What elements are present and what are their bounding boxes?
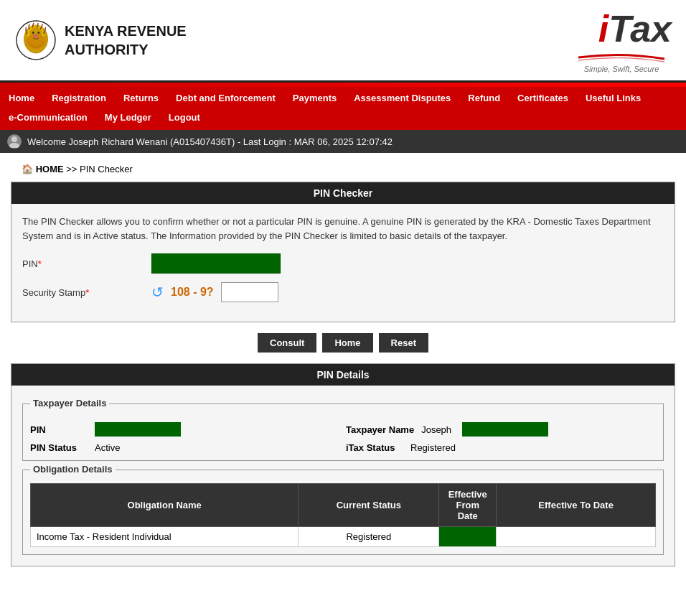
obligation-status-cell: Registered — [299, 527, 439, 547]
pin-checker-panel-body: The PIN Checker allows you to confirm wh… — [11, 204, 675, 322]
nav-registration[interactable]: Registration — [43, 87, 115, 109]
kra-logo: Kenya Revenue Authority — [14, 19, 187, 62]
nav-certificates[interactable]: Certificates — [509, 87, 577, 109]
breadcrumb-separator: >> — [66, 164, 77, 174]
itax-status-label: iTax Status — [346, 442, 403, 453]
home-icon: 🏠 — [22, 164, 33, 174]
pin-detail-row: PIN — [30, 422, 340, 437]
col-effective-to: Effective To Date — [497, 484, 656, 527]
nav-my-ledger[interactable]: My Ledger — [96, 109, 160, 126]
pin-detail-label: PIN — [30, 424, 88, 435]
home-button[interactable]: Home — [322, 333, 372, 353]
breadcrumb: 🏠 HOME >> PIN Checker — [11, 157, 675, 182]
nav-returns[interactable]: Returns — [115, 87, 167, 109]
pin-status-row: PIN Status Active — [30, 442, 340, 453]
col-obligation-name: Obligation Name — [31, 484, 299, 527]
itax-status-value: Registered — [410, 442, 456, 453]
pin-checker-panel: PIN Checker The PIN Checker allows you t… — [11, 182, 675, 322]
table-row: Income Tax - Resident Individual Registe… — [31, 527, 656, 547]
breadcrumb-current: PIN Checker — [80, 164, 133, 174]
pin-input[interactable] — [151, 253, 281, 274]
pin-checker-description: The PIN Checker allows you to confirm wh… — [22, 215, 664, 243]
taxpayer-first-name: Joseph — [421, 424, 451, 435]
nav-logout[interactable]: Logout — [160, 109, 209, 126]
obligation-from-cell — [439, 527, 497, 547]
captcha-question: 108 - 9? — [171, 286, 214, 299]
page-header: Kenya Revenue Authority iTax Simple, Swi… — [0, 0, 686, 80]
taxpayer-last-name-value — [462, 422, 548, 437]
nav-useful-links[interactable]: Useful Links — [577, 87, 649, 109]
itax-tagline: Simple, Swift, Secure — [571, 65, 672, 73]
welcome-bar: Welcome Joseph Richard Wenani (A01540743… — [0, 130, 686, 153]
svg-point-7 — [33, 34, 39, 38]
security-stamp-controls: ↺ 108 - 9? — [151, 282, 278, 302]
main-nav: Home Registration Returns Debt and Enfor… — [0, 87, 686, 109]
svg-point-5 — [32, 32, 34, 34]
security-stamp-row: Security Stamp* ↺ 108 - 9? — [22, 282, 664, 302]
pin-status-value: Active — [95, 442, 120, 453]
security-stamp-label: Security Stamp* — [22, 287, 151, 298]
pin-detail-value — [95, 422, 181, 437]
nav-disputes[interactable]: Assessment Disputes — [345, 87, 459, 109]
breadcrumb-home[interactable]: HOME — [36, 164, 64, 174]
kra-name-line2: Authority — [65, 42, 149, 57]
pin-checker-panel-title: PIN Checker — [11, 182, 675, 204]
obligation-details-group: Obligation Details Obligation Name Curre… — [22, 470, 664, 555]
taxpayer-name-label: Taxpayer Name — [346, 424, 414, 435]
nav-debt[interactable]: Debt and Enforcement — [167, 87, 284, 109]
main-content: 🏠 HOME >> PIN Checker PIN Checker The PI… — [0, 153, 686, 592]
pin-details-panel-body: Taxpayer Details PIN Taxpayer Name Josep… — [11, 386, 675, 566]
kra-logo-icon — [14, 19, 57, 62]
taxpayer-group-label: Taxpayer Details — [30, 398, 109, 409]
reset-button[interactable]: Reset — [379, 333, 428, 353]
security-required-marker: * — [85, 287, 89, 298]
captcha-refresh-icon[interactable]: ↺ — [151, 284, 164, 301]
kra-name-line1: Kenya Revenue — [65, 23, 187, 39]
nav-home[interactable]: Home — [0, 87, 43, 109]
nav-payments[interactable]: Payments — [284, 87, 345, 109]
pin-required-marker: * — [38, 258, 42, 269]
col-current-status: Current Status — [299, 484, 439, 527]
itax-i-letter: i — [598, 8, 609, 50]
svg-point-9 — [9, 143, 19, 148]
action-buttons: Consult Home Reset — [11, 333, 675, 353]
captcha-answer-input[interactable] — [221, 282, 278, 302]
pin-details-panel-title: PIN Details — [11, 364, 675, 386]
welcome-text: Welcome Joseph Richard Wenani (A01540743… — [27, 136, 393, 147]
svg-point-6 — [37, 32, 39, 34]
kra-name: Kenya Revenue Authority — [65, 22, 187, 59]
taxpayer-name-row: Taxpayer Name Joseph — [346, 422, 656, 437]
pin-field-row: PIN* — [22, 253, 664, 274]
itax-logo: iTax Simple, Swift, Secure — [571, 7, 672, 73]
obligation-name-cell: Income Tax - Resident Individual — [31, 527, 299, 547]
user-icon — [7, 134, 22, 149]
itax-status-row: iTax Status Registered — [346, 442, 656, 453]
pin-details-panel: PIN Details Taxpayer Details PIN Taxpaye… — [11, 363, 675, 566]
pin-status-label: PIN Status — [30, 442, 88, 453]
itax-tax-text: Tax — [609, 8, 672, 50]
obligation-group-label: Obligation Details — [30, 464, 116, 475]
col-effective-from: Effective From Date — [439, 484, 497, 527]
obligation-to-cell — [497, 527, 656, 547]
nav-refund[interactable]: Refund — [459, 87, 509, 109]
taxpayer-details-group: Taxpayer Details PIN Taxpayer Name Josep… — [22, 403, 664, 461]
svg-point-8 — [11, 136, 17, 142]
itax-swoosh — [571, 50, 672, 65]
nav-ecommunication[interactable]: e-Communication — [0, 109, 96, 126]
consult-button[interactable]: Consult — [258, 333, 316, 353]
secondary-nav: e-Communication My Ledger Logout — [0, 109, 686, 130]
pin-label: PIN* — [22, 258, 151, 269]
obligation-table: Obligation Name Current Status Effective… — [30, 483, 656, 547]
